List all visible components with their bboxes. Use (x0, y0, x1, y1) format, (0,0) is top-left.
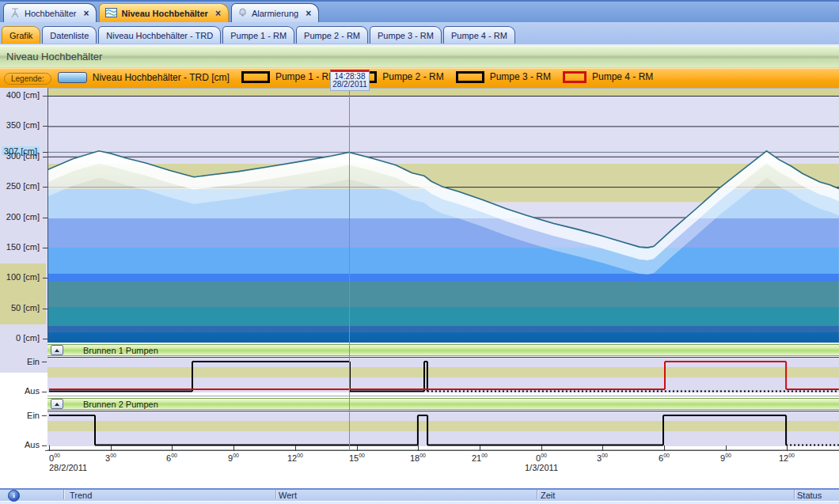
legend-label: Legende: (4, 73, 51, 85)
y-tick-label: 300 [cm] (0, 151, 40, 161)
legend-bar: Legende: Niveau Hochbehälter - TRD [cm]P… (0, 68, 839, 88)
status-bar (0, 488, 839, 501)
state-label-ein: Ein (0, 411, 40, 421)
state-label-aus: Aus (0, 440, 40, 450)
view-tab-bar: GrafikDatenlisteNiveau Hochbehälter - TR… (0, 22, 839, 46)
legend-item-label: Pumpe 4 - RM (592, 71, 653, 82)
collapse-icon[interactable] (51, 345, 63, 355)
x-tick-label: 600 (659, 453, 670, 463)
x-tick-label: 000 (49, 453, 60, 463)
level-trend-plot[interactable] (47, 88, 839, 343)
state-tick-mark (42, 415, 47, 416)
x-tick-label: 300 (597, 453, 608, 463)
legend-swatch-black (456, 71, 484, 83)
view-tab-5[interactable]: Pumpe 2 - RM (296, 26, 368, 44)
state-label-aus: Aus (0, 386, 40, 396)
close-icon[interactable]: × (306, 8, 311, 19)
legend-item-2[interactable]: Pumpe 1 - RM (241, 71, 336, 83)
x-tick-mark (726, 445, 727, 451)
panel-header-1: Brunnen 1 Pumpen (47, 344, 839, 356)
status-column-separator (537, 490, 537, 499)
x-tick-label: 000 (536, 453, 547, 463)
cursor-tooltip: 14:28:38 28/2/2011 (330, 70, 370, 91)
x-tick-mark (111, 445, 112, 451)
window-tab-3[interactable]: Alarmierung× (231, 3, 319, 22)
legend-swatch-black (241, 71, 270, 83)
window-tab-bar: Hochbehälter×Niveau Hochbehälter×Alarmie… (0, 0, 839, 22)
status-bar-empty-row (0, 501, 839, 504)
y-tick-label: 250 [cm] (0, 181, 40, 191)
legend-item-label: Pumpe 3 - RM (490, 71, 551, 82)
view-tab-3[interactable]: Niveau Hochbehälter - TRD (98, 26, 221, 44)
scada-trend-window: Hochbehälter×Niveau Hochbehälter×Alarmie… (0, 0, 839, 504)
panel-title: Brunnen 2 Pumpen (83, 400, 158, 409)
x-tick-label: 1200 (287, 453, 303, 463)
legend-item-5[interactable]: Pumpe 4 - RM (563, 71, 653, 83)
x-tick-mark (602, 445, 603, 451)
x-tick-label: 900 (228, 453, 239, 463)
legend-item-label: Niveau Hochbehälter - TRD [cm] (93, 72, 230, 83)
view-tab-1[interactable]: Grafik (2, 26, 40, 44)
state-label-ein: Ein (0, 357, 40, 367)
window-tab-1[interactable]: Hochbehälter× (3, 3, 97, 22)
x-date-label: 28/2/2011 (49, 463, 87, 472)
view-tab-7[interactable]: Pumpe 4 - RM (443, 26, 515, 44)
panel-header-2: Brunnen 2 Pumpen (47, 398, 839, 410)
x-tick-mark (357, 445, 358, 451)
y-tick-label: 150 [cm] (0, 242, 40, 252)
x-tick-mark (172, 445, 173, 451)
status-column-separator (275, 490, 276, 499)
x-tick-mark (418, 445, 419, 451)
y-tick-label: 0 [cm] (0, 333, 40, 343)
legend-swatch-level (58, 72, 87, 83)
y-tick-label: 50 [cm] (0, 303, 40, 313)
window-tab-2[interactable]: Niveau Hochbehälter× (99, 3, 228, 22)
legend-item-label: Pumpe 1 - RM (275, 71, 336, 82)
x-tick-mark (49, 445, 50, 451)
water-tower-icon (9, 7, 21, 20)
status-column-separator (63, 490, 64, 499)
panel-title: Brunnen 1 Pumpen (83, 346, 158, 355)
close-icon[interactable]: × (215, 8, 221, 19)
status-column-trend: Trend (70, 491, 92, 500)
pump-trace-plot-1[interactable] (47, 357, 839, 396)
x-tick-label: 300 (105, 453, 116, 463)
window-tab-label: Hochbehälter (25, 9, 76, 18)
x-tick-label: 2100 (472, 453, 488, 463)
y-tick-label: 200 [cm] (0, 212, 40, 222)
x-tick-mark (233, 445, 234, 451)
view-tab-2[interactable]: Datenliste (42, 26, 97, 44)
status-column-wert: Wert (279, 491, 297, 500)
collapse-icon[interactable] (51, 399, 63, 409)
x-tick-label: 1500 (349, 453, 365, 463)
close-icon[interactable]: × (83, 8, 89, 19)
y-tick-label: 400 [cm] (0, 90, 40, 100)
view-tab-6[interactable]: Pumpe 3 - RM (370, 26, 442, 44)
trend-icon (105, 8, 117, 19)
legend-item-label: Pumpe 2 - RM (382, 71, 443, 82)
legend-item-1[interactable]: Niveau Hochbehälter - TRD [cm] (58, 72, 230, 83)
page-title-bar: Niveau Hochbehälter (0, 46, 839, 68)
info-icon: i (8, 490, 20, 502)
x-tick-label: 600 (166, 453, 177, 463)
legend-swatch-red (563, 71, 587, 83)
x-tick-label: 1200 (779, 453, 795, 463)
x-tick-mark (787, 445, 788, 451)
x-tick-mark (664, 445, 665, 451)
status-column-separator (794, 490, 795, 499)
x-tick-mark (541, 445, 542, 451)
status-column-status: Status (797, 491, 822, 500)
status-column-zeit: Zeit (541, 491, 555, 500)
y-tick-label: 100 [cm] (0, 272, 40, 282)
x-axis-line (45, 450, 839, 451)
x-tick-label: 900 (720, 453, 731, 463)
legend-item-4[interactable]: Pumpe 3 - RM (456, 71, 551, 83)
cursor-line[interactable] (349, 88, 350, 449)
cursor-date: 28/2/2011 (332, 81, 368, 89)
pump-trace-plot-2[interactable] (47, 411, 839, 450)
state-tick-mark (42, 362, 47, 362)
page-title: Niveau Hochbehälter (6, 51, 102, 63)
x-date-label: 1/3/2011 (525, 463, 558, 472)
view-tab-4[interactable]: Pumpe 1 - RM (222, 26, 294, 44)
x-tick-label: 1800 (410, 453, 426, 463)
